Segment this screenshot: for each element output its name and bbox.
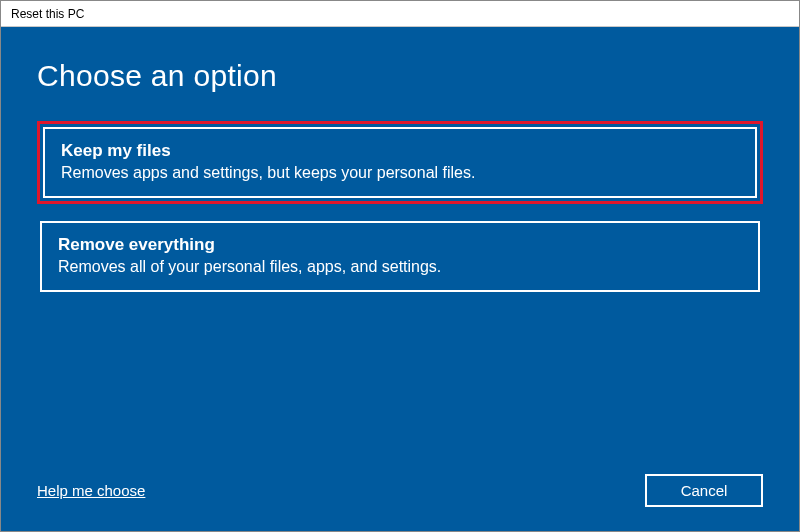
option-remove-title: Remove everything	[58, 235, 742, 255]
window-titlebar: Reset this PC	[1, 1, 799, 27]
window-title: Reset this PC	[11, 7, 84, 21]
page-title: Choose an option	[37, 59, 763, 93]
option-keep-highlight: Keep my files Removes apps and settings,…	[37, 121, 763, 204]
option-keep-title: Keep my files	[61, 141, 739, 161]
option-remove-wrap: Remove everything Removes all of your pe…	[37, 218, 763, 295]
option-remove-everything[interactable]: Remove everything Removes all of your pe…	[40, 221, 760, 292]
cancel-button[interactable]: Cancel	[645, 474, 763, 507]
option-keep-my-files[interactable]: Keep my files Removes apps and settings,…	[43, 127, 757, 198]
footer: Help me choose Cancel	[37, 462, 763, 507]
reset-pc-window: Reset this PC Choose an option Keep my f…	[0, 0, 800, 532]
option-remove-desc: Removes all of your personal files, apps…	[58, 258, 742, 276]
content-area: Choose an option Keep my files Removes a…	[1, 27, 799, 531]
help-me-choose-link[interactable]: Help me choose	[37, 482, 145, 499]
option-keep-desc: Removes apps and settings, but keeps you…	[61, 164, 739, 182]
